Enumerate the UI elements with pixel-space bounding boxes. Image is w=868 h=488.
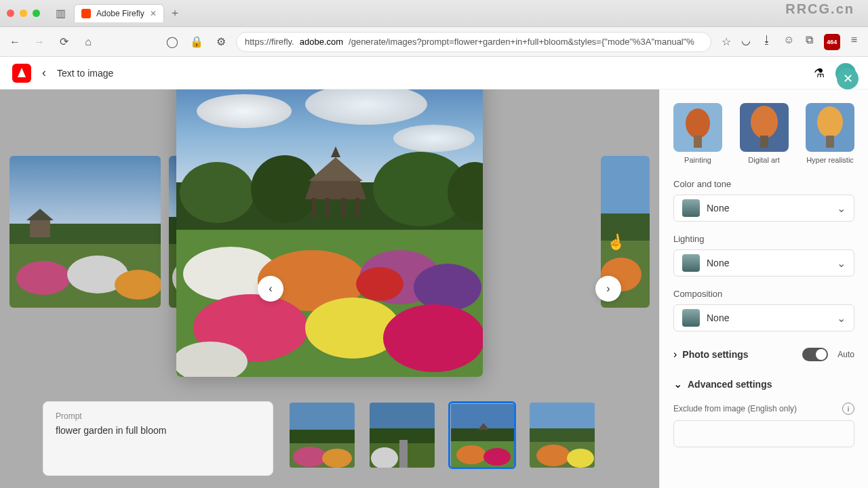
browser-urlbar: ← → ⟳ ⌂ ◯ 🔒 ⚙ https://firefly.adobe.com/… — [0, 27, 868, 57]
exclude-input[interactable] — [673, 420, 854, 447]
style-label: Digital art — [740, 156, 789, 164]
photo-settings-label: Photo settings — [682, 349, 797, 360]
svg-point-69 — [751, 106, 778, 138]
advanced-settings-label: Advanced settings — [688, 379, 854, 390]
chevron-right-icon: › — [673, 348, 677, 361]
auto-label: Auto — [837, 350, 854, 359]
carousel-next-button[interactable]: › — [595, 276, 621, 302]
carousel-prev-button[interactable]: ‹ — [258, 276, 283, 302]
advanced-settings-row[interactable]: ⌄ Advanced settings — [673, 373, 854, 394]
svg-rect-33 — [342, 198, 346, 218]
svg-point-19 — [197, 94, 292, 128]
lighting-label: Lighting — [673, 234, 854, 244]
prompt-label: Prompt — [56, 411, 260, 421]
new-tab-icon[interactable]: ＋ — [170, 6, 180, 20]
thumbnail-4[interactable] — [528, 401, 596, 469]
toolbar-icons: ◡ ⭳ ☺ ⧉ 464 ≡ — [741, 34, 857, 50]
svg-point-72 — [817, 106, 843, 138]
prompt-box[interactable]: Prompt flower garden in full bloom — [43, 401, 273, 476]
svg-point-43 — [356, 267, 403, 301]
composition-select[interactable]: None ⌄ — [673, 304, 854, 331]
select-swatch-icon — [682, 254, 700, 272]
bookmark-icon[interactable]: ☆ — [717, 33, 736, 52]
svg-marker-27 — [305, 179, 366, 199]
svg-point-58 — [456, 445, 486, 464]
auto-toggle[interactable] — [802, 348, 828, 361]
style-presets: Painting Digital art Hyper realistic — [673, 103, 854, 164]
reload-icon[interactable]: ⟳ — [54, 33, 73, 52]
svg-rect-14 — [601, 156, 650, 220]
svg-point-23 — [180, 162, 254, 223]
svg-rect-44 — [290, 403, 356, 433]
favicon-icon — [81, 9, 91, 18]
permissions-icon[interactable]: ⚙ — [212, 33, 231, 52]
downloads-icon[interactable]: ⭳ — [762, 34, 772, 50]
lighting-select[interactable]: None ⌄ — [673, 249, 854, 277]
home-icon[interactable]: ⌂ — [79, 33, 98, 52]
settings-sidebar: Painting Digital art Hyper realistic Col… — [659, 89, 868, 488]
prompt-text: flower garden in full bloom — [56, 425, 260, 436]
chevron-down-icon: ⌄ — [837, 202, 846, 215]
tab-list-icon[interactable]: ▥ — [54, 7, 67, 20]
photo-settings-row[interactable]: › Photo settings Auto — [673, 344, 854, 365]
info-icon[interactable]: i — [842, 403, 854, 415]
extensions-icon[interactable]: ⧉ — [806, 34, 813, 50]
exclude-label: Exclude from image (English only) — [673, 404, 797, 413]
thumbnail-2[interactable] — [368, 401, 436, 469]
select-value: None — [707, 203, 830, 214]
svg-point-21 — [393, 125, 475, 152]
main-preview[interactable] — [176, 89, 483, 377]
svg-point-3 — [16, 261, 71, 295]
thumbnail-strip — [288, 401, 596, 476]
thumbnail-3[interactable] — [448, 401, 516, 469]
color-tone-label: Color and tone — [673, 179, 854, 189]
thumbnail-1[interactable] — [288, 401, 356, 469]
svg-rect-32 — [326, 198, 330, 218]
lock-icon[interactable]: 🔒 — [187, 33, 206, 52]
svg-rect-60 — [530, 403, 596, 431]
beaker-icon[interactable]: ⚗ — [814, 66, 825, 81]
svg-point-41 — [383, 304, 483, 372]
account-icon[interactable]: ☺ — [783, 34, 794, 50]
svg-point-48 — [322, 449, 352, 468]
menu-icon[interactable]: ≡ — [851, 34, 857, 50]
svg-rect-30 — [312, 198, 316, 218]
style-label: Painting — [673, 156, 722, 164]
back-icon[interactable]: ← — [5, 33, 24, 52]
style-hyper-realistic[interactable]: Hyper realistic — [806, 103, 854, 164]
minimize-window-icon[interactable] — [20, 9, 27, 17]
tab-close-icon[interactable]: ✕ — [150, 9, 157, 18]
svg-point-5 — [115, 270, 161, 300]
close-window-icon[interactable] — [7, 9, 14, 17]
chevron-down-icon: ⌄ — [837, 257, 846, 270]
address-bar[interactable]: https://firefly.adobe.com/generate/image… — [236, 32, 711, 52]
color-tone-select[interactable]: None ⌄ — [673, 195, 854, 222]
svg-rect-52 — [399, 440, 408, 469]
svg-rect-55 — [451, 428, 515, 443]
browser-tab[interactable]: Adobe Firefly ✕ — [74, 4, 164, 22]
svg-point-38 — [414, 264, 481, 311]
close-modal-icon[interactable]: ✕ — [837, 68, 859, 89]
app-back-icon[interactable]: ‹ — [42, 66, 46, 80]
shield-icon[interactable]: ◯ — [163, 33, 182, 52]
svg-rect-49 — [370, 403, 436, 431]
svg-point-63 — [536, 445, 570, 466]
svg-rect-31 — [355, 198, 359, 218]
chevron-down-icon: ⌄ — [673, 378, 682, 390]
select-value: None — [707, 258, 830, 268]
composition-label: Composition — [673, 289, 854, 299]
svg-point-64 — [567, 449, 594, 468]
style-painting[interactable]: Painting — [673, 103, 722, 164]
adobe-logo-icon[interactable] — [12, 64, 31, 83]
style-digital-art[interactable]: Digital art — [740, 103, 789, 164]
canvas-area: ‹ › Prompt flower garden in full bloom — [0, 89, 659, 488]
pocket-icon[interactable]: ◡ — [741, 34, 751, 50]
url-prefix: https://firefly. — [245, 37, 294, 47]
svg-rect-67 — [694, 136, 702, 148]
result-thumb-1[interactable] — [9, 156, 161, 308]
svg-point-59 — [484, 448, 511, 466]
ublock-icon[interactable]: 464 — [824, 34, 840, 50]
svg-point-66 — [686, 108, 710, 138]
maximize-window-icon[interactable] — [33, 9, 40, 17]
page-title: Text to image — [57, 68, 113, 79]
